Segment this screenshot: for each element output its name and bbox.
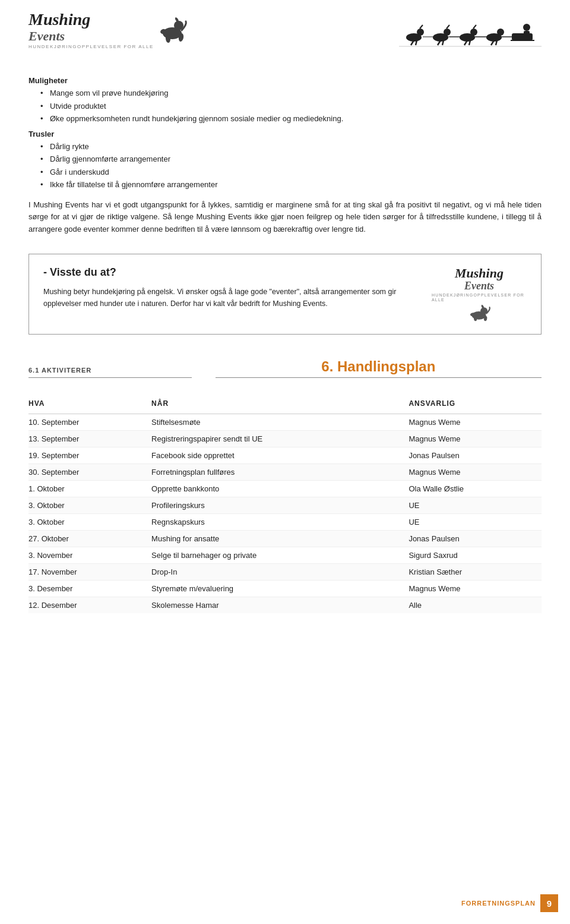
svg-rect-26	[524, 31, 530, 39]
table-header-row: HVA NÅR ANSVARLIG	[28, 396, 542, 414]
dog-icon	[156, 12, 189, 45]
cell-ansvarlig: Ola Walle Østlie	[408, 481, 542, 497]
list-item: Går i underskudd	[40, 166, 542, 178]
section-6-subsection: 6.1 Aktiviterer	[28, 367, 192, 374]
cell-ansvarlig: Magnus Weme	[408, 464, 542, 481]
cell-nar: Stiftelsesmøte	[151, 414, 408, 431]
cell-nar: Registreringspapirer sendt til UE	[151, 431, 408, 447]
svg-point-11	[444, 29, 451, 36]
logo-tagline: HUNDEKJØRINGOPPLEVELSER FOR ALLE	[28, 45, 154, 50]
body-paragraph: I Mushing Events har vi et godt utgangsp…	[28, 199, 542, 236]
cell-nar: Drop-In	[151, 564, 408, 581]
cell-nar: Opprette bankkonto	[151, 481, 408, 497]
threats-section: Trusler Dårlig rykte Dårlig gjennomførte…	[28, 130, 542, 191]
cell-ansvarlig: UE	[408, 514, 542, 531]
did-you-know-title: - Visste du at?	[43, 266, 417, 279]
list-item: Mange som vil prøve hundekjøring	[40, 87, 542, 99]
table-row: 13. SeptemberRegistreringspapirer sendt …	[28, 431, 542, 447]
cell-nar: Skolemesse Hamar	[151, 597, 408, 614]
cell-hva: 19. September	[28, 447, 151, 464]
col-hva: HVA	[28, 396, 151, 414]
activities-table: HVA NÅR ANSVARLIG 10. SeptemberStiftelse…	[28, 396, 542, 613]
cell-ansvarlig: Magnus Weme	[408, 581, 542, 597]
box-logo-text: Mushing Events HUNDEKJØRINGOPPLEVELSER F…	[432, 266, 527, 302]
cell-ansvarlig: Kristian Sæther	[408, 564, 542, 581]
list-item: Øke oppmerksomheten rundt hundekjøring g…	[40, 113, 542, 125]
col-nar: NÅR	[151, 396, 408, 414]
table-row: 1. OktoberOpprette bankkontoOla Walle Øs…	[28, 481, 542, 497]
cell-hva: 27. Oktober	[28, 531, 151, 547]
logo-events: Events	[28, 29, 154, 43]
box-logo-mushing: Mushing	[455, 266, 504, 280]
did-you-know-left: - Visste du at? Mushing betyr hundekjøri…	[43, 266, 417, 310]
table-row: 3. NovemberSelge til barnehager og priva…	[28, 547, 542, 564]
cell-hva: 10. September	[28, 414, 151, 431]
dog-sled-icon	[399, 11, 542, 52]
list-item: Dårlig rykte	[40, 141, 542, 153]
cell-hva: 30. September	[28, 464, 151, 481]
svg-line-14	[446, 25, 449, 29]
cell-ansvarlig: Jonas Paulsen	[408, 531, 542, 547]
table-row: 3. OktoberProfileringskursUE	[28, 497, 542, 514]
table-row: 3. DesemberStyremøte m/evalueringMagnus …	[28, 581, 542, 597]
cell-nar: Regnskapskurs	[151, 514, 408, 531]
cell-ansvarlig: Magnus Weme	[408, 414, 542, 431]
threats-title: Trusler	[28, 130, 61, 138]
svg-point-21	[497, 29, 504, 36]
did-you-know-logo: Mushing Events HUNDEKJØRINGOPPLEVELSER F…	[432, 266, 527, 322]
cell-ansvarlig: Jonas Paulsen	[408, 447, 542, 464]
svg-point-6	[417, 29, 424, 36]
cell-hva: 12. Desember	[28, 597, 151, 614]
cell-hva: 13. September	[28, 431, 151, 447]
cell-ansvarlig: Sigurd Saxrud	[408, 547, 542, 564]
dog-sled-header	[399, 11, 542, 52]
svg-line-9	[420, 25, 423, 29]
list-item: Dårlig gjennomførte arrangementer	[40, 153, 542, 165]
svg-line-19	[473, 25, 476, 29]
table-row: 17. NovemberDrop-InKristian Sæther	[28, 564, 542, 581]
page: Mushing Events HUNDEKJØRINGOPPLEVELSER F…	[0, 0, 570, 924]
opportunities-section: Muligheter Mange som vil prøve hundekjør…	[28, 76, 542, 125]
header: Mushing Events HUNDEKJØRINGOPPLEVELSER F…	[28, 0, 542, 58]
cell-hva: 1. Oktober	[28, 481, 151, 497]
footer-page-number: 9	[540, 894, 558, 912]
cell-nar: Styremøte m/evaluering	[151, 581, 408, 597]
cell-nar: Mushing for ansatte	[151, 531, 408, 547]
cell-ansvarlig: Alle	[408, 597, 542, 614]
cell-nar: Selge til barnehager og private	[151, 547, 408, 564]
table-row: 10. SeptemberStiftelsesmøteMagnus Weme	[28, 414, 542, 431]
table-row: 27. OktoberMushing for ansatteJonas Paul…	[28, 531, 542, 547]
threats-list: Dårlig rykte Dårlig gjennomførte arrange…	[40, 141, 542, 191]
table-row: 30. SeptemberForretningsplan fullføresMa…	[28, 464, 542, 481]
cell-nar: Profileringskurs	[151, 497, 408, 514]
footer: FORRETNINGSPLAN 9	[0, 894, 570, 912]
list-item: Ikke får tillatelse til å gjennomføre ar…	[40, 179, 542, 191]
col-ansvarlig: ANSVARLIG	[408, 396, 542, 414]
section-6-container: 6.1 Aktiviterer 6. Handlingsplan	[28, 358, 542, 378]
cell-hva: 3. Oktober	[28, 514, 151, 531]
did-you-know-box: - Visste du at? Mushing betyr hundekjøri…	[28, 254, 542, 335]
cell-ansvarlig: UE	[408, 497, 542, 514]
list-item: Utvide produktet	[40, 100, 542, 112]
section-6-title: 6. Handlingsplan	[321, 358, 435, 377]
box-logo-events: Events	[464, 280, 494, 292]
svg-point-25	[523, 24, 530, 31]
did-you-know-text: Mushing betyr hundekjøring på engelsk. V…	[43, 286, 417, 310]
logo-area: Mushing Events HUNDEKJØRINGOPPLEVELSER F…	[28, 11, 189, 50]
footer-label: FORRETNINGSPLAN	[461, 900, 536, 907]
cell-nar: Facebook side opprettet	[151, 447, 408, 464]
cell-hva: 3. Oktober	[28, 497, 151, 514]
opportunities-list: Mange som vil prøve hundekjøring Utvide …	[40, 87, 542, 125]
table-row: 3. OktoberRegnskapskursUE	[28, 514, 542, 531]
cell-hva: 17. November	[28, 564, 151, 581]
cell-hva: 3. November	[28, 547, 151, 564]
cell-ansvarlig: Magnus Weme	[408, 431, 542, 447]
cell-hva: 3. Desember	[28, 581, 151, 597]
box-dog-icon	[464, 304, 494, 322]
svg-point-16	[470, 29, 477, 36]
cell-nar: Forretningsplan fullføres	[151, 464, 408, 481]
logo-text: Mushing Events HUNDEKJØRINGOPPLEVELSER F…	[28, 11, 154, 50]
table-row: 12. DesemberSkolemesse HamarAlle	[28, 597, 542, 614]
logo-mushing: Mushing	[28, 11, 154, 29]
section-6-left: 6.1 Aktiviterer	[28, 367, 192, 378]
